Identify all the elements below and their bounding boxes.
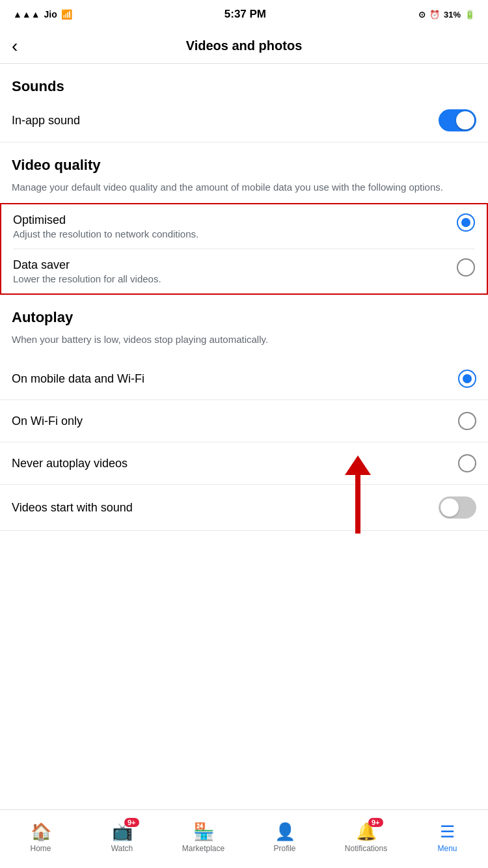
- option-never-radio[interactable]: [458, 454, 476, 472]
- nav-label-notifications: Notifications: [345, 844, 387, 853]
- in-app-sound-label: In-app sound: [12, 114, 80, 128]
- videos-start-sound-label: Videos start with sound: [12, 501, 133, 515]
- autoplay-description: When your battery is low, videos stop pl…: [0, 330, 488, 358]
- autoplay-option-mobile-wifi[interactable]: On mobile data and Wi-Fi: [0, 358, 488, 400]
- wifi-icon: 📶: [61, 9, 72, 20]
- nav-item-notifications[interactable]: 🔔 9+ Notifications: [325, 810, 407, 868]
- autoplay-option-never[interactable]: Never autoplay videos: [0, 442, 488, 485]
- in-app-sound-toggle[interactable]: [439, 109, 476, 131]
- battery-label: 31%: [444, 10, 461, 20]
- arrow-shaft: [355, 475, 360, 534]
- option-never-label: Never autoplay videos: [12, 457, 128, 470]
- home-icon: 🏠: [31, 822, 51, 841]
- watch-badge: 9+: [124, 818, 139, 827]
- nav-bar: ‹ Videos and photos: [0, 29, 488, 64]
- optimised-desc: Adjust the resolution to network conditi…: [13, 228, 198, 239]
- notifications-badge: 9+: [368, 818, 383, 827]
- nav-label-watch: Watch: [111, 844, 133, 853]
- sounds-section-header: Sounds: [0, 64, 488, 99]
- signal-icon: ▲▲▲: [13, 9, 40, 20]
- arrow-annotation: [345, 455, 371, 534]
- toggle-knob: [456, 111, 474, 129]
- battery-icon: 🔋: [465, 10, 475, 20]
- video-quality-options-box: Optimised Adjust the resolution to netwo…: [0, 203, 488, 295]
- content-area: Sounds In-app sound Video quality Manage…: [0, 64, 488, 531]
- autoplay-section-header: Autoplay: [0, 295, 488, 330]
- nav-item-marketplace[interactable]: 🏪 Marketplace: [163, 810, 244, 868]
- quality-option-datasaver[interactable]: Data saver Lower the resolution for all …: [1, 249, 487, 293]
- bottom-navigation: 🏠 Home 📺 9+ Watch 🏪 Marketplace 👤 Profil…: [0, 809, 488, 868]
- alarm-icon: ⏰: [429, 10, 440, 20]
- status-time: 5:37 PM: [224, 8, 266, 21]
- menu-icon: ☰: [440, 822, 455, 841]
- marketplace-icon: 🏪: [193, 822, 214, 841]
- radio-inner: [461, 218, 470, 227]
- quality-option-optimised[interactable]: Optimised Adjust the resolution to netwo…: [1, 204, 487, 249]
- datasaver-title: Data saver: [13, 258, 161, 272]
- in-app-sound-row: In-app sound: [0, 99, 488, 142]
- nav-item-watch[interactable]: 📺 9+ Watch: [81, 810, 163, 868]
- option-mobile-wifi-radio[interactable]: [458, 370, 476, 388]
- status-left: ▲▲▲ Jio 📶: [13, 9, 72, 20]
- video-quality-description: Manage your default video quality and th…: [0, 178, 488, 203]
- nav-label-menu: Menu: [437, 844, 457, 853]
- arrow-head: [345, 455, 371, 475]
- option-wifi-only-label: On Wi-Fi only: [12, 414, 83, 428]
- toggle-knob-sound: [441, 498, 459, 517]
- option-wifi-only-radio[interactable]: [458, 412, 476, 430]
- optimised-radio[interactable]: [457, 213, 475, 232]
- radio-inner-2: [463, 374, 472, 383]
- profile-icon: 👤: [275, 822, 295, 841]
- status-bar: ▲▲▲ Jio 📶 5:37 PM ⊙ ⏰ 31% 🔋: [0, 0, 488, 29]
- nav-item-menu[interactable]: ☰ Menu: [407, 810, 488, 868]
- option-mobile-wifi-label: On mobile data and Wi-Fi: [12, 372, 144, 386]
- nav-label-home: Home: [30, 844, 51, 853]
- video-quality-section-header: Video quality: [0, 142, 488, 178]
- autoplay-option-wifi-only[interactable]: On Wi-Fi only: [0, 400, 488, 442]
- lock-icon: ⊙: [418, 10, 426, 20]
- videos-start-sound-row: Videos start with sound: [0, 485, 488, 531]
- datasaver-desc: Lower the resolution for all videos.: [13, 273, 161, 284]
- status-right: ⊙ ⏰ 31% 🔋: [418, 10, 475, 20]
- nav-label-profile: Profile: [273, 844, 295, 853]
- nav-label-marketplace: Marketplace: [182, 844, 224, 853]
- nav-item-home[interactable]: 🏠 Home: [0, 810, 81, 868]
- carrier-label: Jio: [44, 9, 57, 20]
- back-button[interactable]: ‹: [12, 36, 18, 57]
- datasaver-radio[interactable]: [457, 258, 475, 277]
- videos-sound-toggle[interactable]: [439, 496, 476, 519]
- page-title: Videos and photos: [186, 38, 303, 53]
- nav-item-profile[interactable]: 👤 Profile: [244, 810, 325, 868]
- optimised-title: Optimised: [13, 213, 198, 227]
